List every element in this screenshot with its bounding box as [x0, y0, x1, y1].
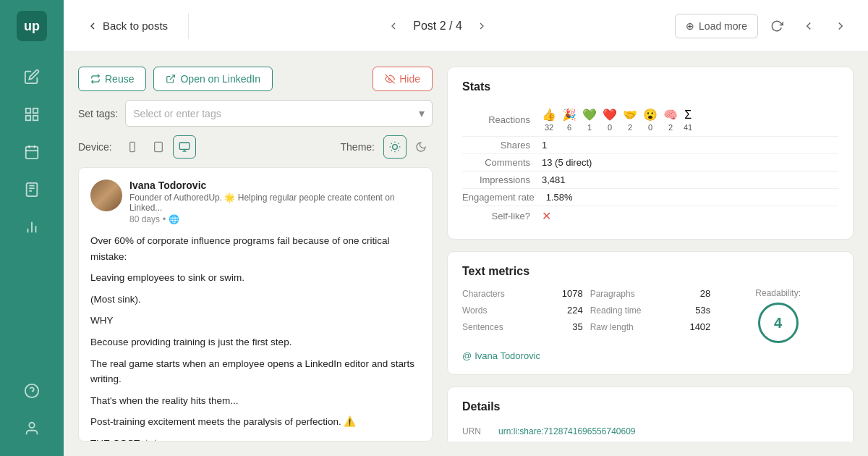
svg-point-17: [29, 423, 34, 428]
author-desc: Founder of AuthoredUp. 🌟 Helping regular…: [129, 193, 420, 213]
light-theme-button[interactable]: [383, 135, 407, 159]
author-link-name: Ivana Todorovic: [475, 350, 540, 361]
svg-line-30: [391, 143, 392, 144]
author-name: Ivana Todorovic: [129, 180, 420, 191]
desktop-device-button[interactable]: [173, 135, 196, 159]
sentences-metric: Sentences 35: [462, 321, 583, 332]
mobile-device-button[interactable]: [121, 135, 144, 159]
engagement-value: 1.58%: [546, 192, 573, 203]
reaction-love: ❤️ 0: [603, 108, 617, 132]
selflike-label: Self-like?: [462, 211, 542, 221]
load-more-button[interactable]: ⊕ Load more: [675, 14, 758, 38]
svg-rect-2: [26, 116, 30, 120]
topbar-divider: [188, 13, 189, 39]
shares-value: 1: [542, 140, 547, 151]
post-preview: Ivana Todorovic Founder of AuthoredUp. 🌟…: [78, 167, 433, 442]
comments-value: 13 (5 direct): [542, 157, 592, 168]
content-area: Reuse Open on LinkedIn Hide Set tags: Se…: [64, 52, 868, 456]
right-panel: Stats Reactions 👍 32 🎉 6: [447, 67, 854, 442]
post-author: Ivana Todorovic Founder of AuthoredUp. 🌟…: [90, 180, 420, 224]
left-panel: Reuse Open on LinkedIn Hide Set tags: Se…: [78, 67, 433, 442]
linkedin-label: Open on LinkedIn: [180, 73, 260, 85]
author-time: 80 days • 🌐: [129, 214, 420, 224]
tags-row: Set tags: Select or enter tags ▾: [78, 100, 433, 127]
svg-rect-8: [27, 183, 38, 196]
selflike-row: Self-like? ✕: [462, 206, 838, 226]
nav-back-button[interactable]: [796, 13, 822, 39]
stats-card: Stats Reactions 👍 32 🎉 6: [447, 67, 854, 240]
load-more-icon: ⊕: [686, 20, 694, 32]
svg-point-27: [393, 145, 398, 150]
reactions-row: Reactions 👍 32 🎉 6 💚 1: [462, 104, 838, 137]
main-area: Back to posts Post 2 / 4 ⊕ Load more: [64, 0, 868, 456]
details-card: Details URN urn:li:share:712874169655674…: [447, 387, 854, 442]
paragraphs-label: Paragraphs: [590, 289, 635, 299]
sidebar-item-chart[interactable]: [0, 208, 64, 246]
svg-rect-4: [26, 147, 38, 159]
urn-label: URN: [462, 426, 491, 436]
svg-line-18: [170, 75, 174, 80]
svg-line-31: [398, 150, 399, 151]
sidebar-item-grid[interactable]: [0, 96, 64, 133]
nav-forward-button[interactable]: [827, 13, 854, 39]
text-metrics-card: Text metrics Characters 1078 Words 224 S…: [447, 251, 854, 375]
raw-length-label: Raw length: [590, 322, 634, 332]
tags-input[interactable]: Select or enter tags ▾: [125, 100, 433, 127]
hide-button[interactable]: Hide: [373, 67, 433, 91]
paragraphs-metric: Paragraphs 28: [590, 288, 711, 299]
details-title: Details: [462, 400, 838, 413]
reading-time-label: Reading time: [590, 305, 642, 316]
sidebar-item-user[interactable]: [0, 410, 64, 447]
reading-time-value: 53s: [695, 305, 710, 316]
open-linkedin-button[interactable]: Open on LinkedIn: [153, 67, 273, 91]
back-label: Back to posts: [103, 20, 168, 32]
sidebar-item-edit[interactable]: [0, 58, 64, 96]
author-info: Ivana Todorovic Founder of AuthoredUp. 🌟…: [129, 180, 420, 224]
back-to-posts-button[interactable]: Back to posts: [78, 14, 176, 38]
reaction-total: Σ 41: [684, 109, 692, 132]
comments-row: Comments 13 (5 direct): [462, 154, 838, 172]
prev-post-button[interactable]: [383, 15, 404, 37]
author-link[interactable]: @ Ivana Todorovic: [462, 350, 838, 361]
sidebar-bottom: [0, 372, 64, 456]
type-row: Type Text: [462, 439, 838, 442]
readability-section: Readability: 4: [718, 288, 838, 343]
impressions-label: Impressions: [462, 174, 542, 185]
words-value: 224: [567, 305, 583, 316]
reaction-wow: 😮 0: [643, 108, 658, 132]
sidebar-item-help[interactable]: [0, 372, 64, 410]
reactions-icons: 👍 32 🎉 6 💚 1 ❤️ 0: [542, 108, 692, 132]
svg-rect-1: [33, 109, 38, 113]
sentences-value: 35: [572, 321, 582, 332]
tablet-device-button[interactable]: [147, 135, 170, 159]
readability-circle: 4: [758, 303, 799, 343]
reaction-like: 👍 32: [542, 108, 556, 132]
tags-placeholder: Select or enter tags: [133, 108, 221, 119]
avatar: [90, 180, 122, 211]
impressions-row: Impressions 3,481: [462, 172, 838, 189]
sidebar-logo: up: [0, 0, 64, 52]
chevron-down-icon: ▾: [419, 106, 425, 120]
reaction-handshake: 🤝 2: [623, 108, 637, 132]
svg-rect-24: [179, 143, 189, 149]
sidebar-item-document[interactable]: [0, 171, 64, 208]
svg-rect-3: [33, 116, 38, 120]
selflike-value: ✕: [542, 209, 551, 223]
theme-icons: [383, 135, 433, 159]
post-title: Post 2 / 4: [413, 20, 462, 33]
theme-label: Theme:: [341, 141, 375, 153]
reuse-button[interactable]: Reuse: [78, 67, 146, 91]
reuse-label: Reuse: [105, 73, 134, 85]
next-post-button[interactable]: [471, 15, 493, 37]
svg-line-35: [398, 143, 399, 144]
sidebar-item-calendar[interactable]: [0, 133, 64, 171]
engagement-row: Engagement rate 1.58%: [462, 189, 838, 206]
dark-theme-button[interactable]: [409, 135, 433, 159]
words-metric: Words 224: [462, 305, 583, 316]
reactions-label: Reactions: [462, 114, 542, 125]
sidebar-nav: [0, 52, 64, 372]
refresh-button[interactable]: [764, 13, 790, 39]
topbar-actions: ⊕ Load more: [675, 13, 854, 39]
topbar: Back to posts Post 2 / 4 ⊕ Load more: [64, 0, 868, 52]
sidebar: up: [0, 0, 64, 456]
